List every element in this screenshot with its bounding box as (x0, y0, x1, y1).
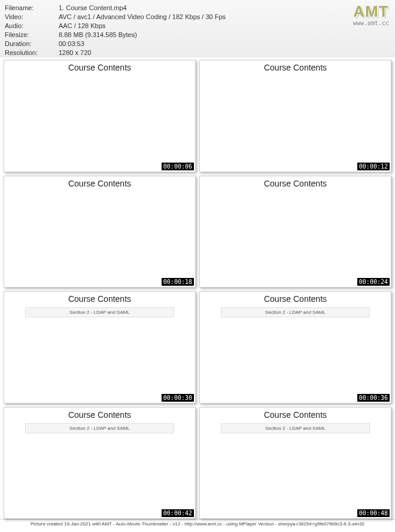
thumbnail-title: Course Contents (264, 294, 327, 304)
meta-label: Filename: (5, 4, 59, 12)
logo-text: AMT (353, 2, 389, 21)
meta-value: 8.88 MB (9.314.585 Bytes) (59, 30, 390, 39)
thumbnail-timestamp: 00:00:24 (357, 278, 390, 286)
thumbnail-section: Section 2 - LDAP and SAML (25, 423, 174, 433)
thumbnail: Course Contents Section 2 - LDAP and SAM… (4, 407, 196, 519)
thumbnail: Course Contents 00:00:06 (4, 60, 196, 172)
meta-value: 1. Course Content.mp4 (59, 4, 390, 12)
thumbnail-title: Course Contents (68, 294, 131, 304)
metadata-header: Filename: 1. Course Content.mp4 Video: A… (0, 0, 395, 57)
thumbnail: Course Contents Section 2 - LDAP and SAM… (199, 407, 391, 519)
meta-label: Duration: (5, 39, 59, 48)
thumbnail-timestamp: 00:00:48 (357, 509, 390, 517)
meta-row-filesize: Filesize: 8.88 MB (9.314.585 Bytes) (5, 30, 390, 39)
thumbnail-timestamp: 00:00:12 (357, 163, 390, 170)
thumbnail: Course Contents Section 2 - LDAP and SAM… (4, 291, 196, 403)
thumbnail-title: Course Contents (264, 410, 327, 420)
thumbnail-title: Course Contents (68, 63, 131, 72)
meta-row-filename: Filename: 1. Course Content.mp4 (5, 4, 390, 12)
meta-value: AVC / avc1 / Advanced Video Coding / 182… (59, 13, 390, 21)
thumbnail-timestamp: 00:00:36 (357, 394, 390, 402)
thumbnail-timestamp: 00:00:06 (162, 163, 194, 170)
thumbnail-title: Course Contents (68, 410, 131, 420)
meta-row-duration: Duration: 00:03:53 (5, 39, 390, 48)
meta-value: 00:03:53 (59, 39, 390, 48)
thumbnail-section: Section 2 - LDAP and SAML (25, 307, 174, 317)
meta-label: Resolution: (5, 48, 59, 57)
meta-label: Audio: (5, 22, 59, 30)
meta-row-audio: Audio: AAC / 128 Kbps (5, 22, 390, 30)
thumbnail-title: Course Contents (264, 63, 327, 72)
meta-row-video: Video: AVC / avc1 / Advanced Video Codin… (5, 13, 390, 21)
meta-value: AAC / 128 Kbps (59, 22, 390, 30)
thumbnail-timestamp: 00:00:18 (162, 278, 194, 286)
meta-row-resolution: Resolution: 1280 x 720 (5, 48, 390, 57)
thumbnail-section: Section 2 - LDAP and SAML (221, 423, 370, 433)
thumbnail-grid: Course Contents 00:00:06 Course Contents… (0, 57, 395, 519)
thumbnail: Course Contents 00:00:18 (4, 176, 196, 288)
footer-credits: Picture created 19-Jan-2021 with AMT - A… (0, 519, 395, 530)
thumbnail-section: Section 2 - LDAP and SAML (221, 307, 370, 317)
meta-label: Video: (5, 13, 59, 21)
thumbnail-timestamp: 00:00:30 (162, 394, 194, 402)
logo-url: www.amt.cc (353, 20, 389, 26)
meta-label: Filesize: (5, 30, 59, 39)
thumbnail-timestamp: 00:00:42 (162, 509, 194, 517)
thumbnail: Course Contents Section 2 - LDAP and SAM… (199, 291, 391, 403)
thumbnail: Course Contents 00:00:24 (199, 176, 391, 288)
thumbnail-title: Course Contents (264, 179, 327, 188)
meta-value: 1280 x 720 (59, 48, 390, 57)
amt-logo: AMT www.amt.cc (353, 2, 389, 26)
thumbnail-title: Course Contents (68, 179, 131, 188)
thumbnail: Course Contents 00:00:12 (199, 60, 391, 172)
